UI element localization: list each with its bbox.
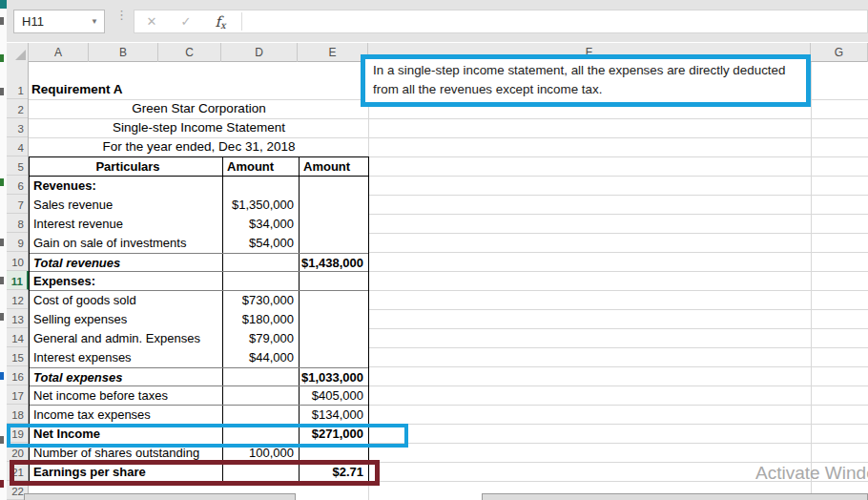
cell-amount-d-row9[interactable]: $54,000 xyxy=(222,234,299,253)
formula-bar: ✕ ✓ fx xyxy=(134,10,868,33)
cancel-icon[interactable]: ✕ xyxy=(134,14,169,29)
statement-type-title[interactable]: Single-step Income Statement xyxy=(29,118,369,137)
cell-amount-e-row8[interactable] xyxy=(299,215,368,234)
cell-amount-e-row18[interactable]: $134,000 xyxy=(299,406,368,424)
column-header-a[interactable]: A xyxy=(29,43,89,62)
cell-amount-e-row7[interactable] xyxy=(299,196,368,215)
cell-amount-d-row16[interactable] xyxy=(222,368,299,385)
column-header-d[interactable]: D xyxy=(221,43,298,62)
header-amount-e[interactable]: Amount xyxy=(299,157,368,176)
cell-label-row11[interactable]: Expenses: xyxy=(30,272,222,290)
cell-amount-d-row7[interactable]: $1,350,000 xyxy=(222,196,299,215)
drag-handle-icon: ⋮ xyxy=(115,11,128,18)
formula-input[interactable] xyxy=(246,10,867,32)
column-header-b[interactable]: B xyxy=(89,43,158,62)
column-header-g[interactable]: G xyxy=(811,43,868,62)
table-header-row[interactable]: Particulars Amount Amount xyxy=(30,157,368,177)
name-box-value: H11 xyxy=(22,14,44,29)
cell-amount-e-row17[interactable]: $405,000 xyxy=(299,386,368,405)
cell-amount-e-row10[interactable]: $1,438,000 xyxy=(299,254,368,271)
cell-label-row10[interactable]: Total revenues xyxy=(30,254,222,271)
note-line-1: In a single-step income statement, all t… xyxy=(373,61,798,80)
row-header-6[interactable]: 6 xyxy=(7,176,28,195)
cell-amount-e-row6[interactable] xyxy=(299,177,368,196)
cell-amount-e-row14[interactable] xyxy=(299,329,368,348)
row-header-10[interactable]: 10 xyxy=(7,252,28,271)
cell-amount-e-row9[interactable] xyxy=(299,234,368,253)
cell-label-row18[interactable]: Income tax expenses xyxy=(30,406,222,424)
cell-label-row16[interactable]: Total expenses xyxy=(30,368,222,385)
background-window-text-fragment xyxy=(0,54,4,62)
enter-icon[interactable]: ✓ xyxy=(169,14,203,29)
cell-amount-d-row8[interactable]: $34,000 xyxy=(222,215,299,234)
cell-label-row6[interactable]: Revenues: xyxy=(30,177,222,196)
cell-label-row9[interactable]: Gain on sale of investments xyxy=(30,234,222,253)
table-row-16: Total expenses$1,033,000 xyxy=(30,367,368,386)
header-particulars[interactable]: Particulars xyxy=(30,157,222,176)
table-row-9: Gain on sale of investments$54,000 xyxy=(30,234,368,253)
cell-amount-d-row11[interactable] xyxy=(222,272,299,290)
cell-label-row7[interactable]: Sales revenue xyxy=(30,196,222,215)
row-header-3[interactable]: 3 xyxy=(7,118,28,137)
gridline-vertical-fg xyxy=(811,62,812,500)
cell-label-row15[interactable]: Interest expenses xyxy=(30,348,222,367)
row-header-8[interactable]: 8 xyxy=(7,214,28,233)
table-row-15: Interest expenses$44,000 xyxy=(30,348,368,367)
row-header-16[interactable]: 16 xyxy=(7,366,28,385)
row-header-12[interactable]: 12 xyxy=(7,290,28,309)
cell-amount-d-row6[interactable] xyxy=(222,177,299,196)
row-header-15[interactable]: 15 xyxy=(7,347,28,366)
cell-label-row17[interactable]: Net income before taxes xyxy=(30,386,222,405)
background-window-text-fragment xyxy=(0,436,4,444)
cell-amount-d-row12[interactable]: $730,000 xyxy=(222,291,299,310)
row-header-2[interactable]: 2 xyxy=(7,99,28,118)
select-all-corner[interactable] xyxy=(7,43,29,62)
cell-amount-d-row17[interactable] xyxy=(222,386,299,405)
row-header-11[interactable]: 11 xyxy=(7,271,29,290)
row-header-13[interactable]: 13 xyxy=(7,309,28,328)
eps-highlight-box xyxy=(10,460,380,486)
background-window-sliver xyxy=(0,0,7,500)
cell-amount-d-row15[interactable]: $44,000 xyxy=(222,348,299,367)
row-header-14[interactable]: 14 xyxy=(7,328,28,347)
row-header-17[interactable]: 17 xyxy=(7,385,28,405)
row-header-18[interactable]: 18 xyxy=(7,405,28,424)
sheet-grid[interactable]: Requirement A Green Star Corporation Sin… xyxy=(29,62,868,500)
row-header-5[interactable]: 5 xyxy=(7,156,28,176)
table-row-12: Cost of goods sold$730,000 xyxy=(30,291,368,310)
cell-amount-d-row10[interactable] xyxy=(222,254,299,271)
name-box[interactable]: H11 ▼ xyxy=(13,10,105,33)
cell-label-row8[interactable]: Interest revenue xyxy=(30,215,222,234)
cell-label-row13[interactable]: Selling expenses xyxy=(30,310,222,329)
column-header-e[interactable]: E xyxy=(298,43,368,62)
table-row-6: Revenues: xyxy=(30,177,368,196)
cell-amount-e-row15[interactable] xyxy=(299,348,368,367)
cell-amount-d-row13[interactable]: $180,000 xyxy=(222,310,299,329)
note-textbox[interactable]: In a single-step income statement, all t… xyxy=(361,54,811,107)
statement-company-title[interactable]: Green Star Corporation xyxy=(29,99,369,118)
cell-amount-e-row11[interactable] xyxy=(299,272,368,290)
row-header-9[interactable]: 9 xyxy=(7,233,28,252)
cell-amount-e-row12[interactable] xyxy=(299,291,368,310)
background-window-edge xyxy=(482,493,868,500)
row-header-4[interactable]: 4 xyxy=(7,137,28,156)
excel-window: H11 ▼ ⋮ ✕ ✓ fx ABCDEFG 12345678910111213… xyxy=(0,0,868,500)
insert-function-icon[interactable]: fx xyxy=(203,13,238,31)
cell-a1-requirement[interactable]: Requirement A xyxy=(31,82,123,96)
formula-toolbar: H11 ▼ ⋮ ✕ ✓ fx xyxy=(7,0,868,42)
table-row-10: Total revenues$1,438,000 xyxy=(30,253,368,272)
divider xyxy=(241,12,242,31)
chevron-down-icon[interactable]: ▼ xyxy=(91,17,98,26)
cell-label-row14[interactable]: General and admin. Expenses xyxy=(30,329,222,348)
cell-label-row12[interactable]: Cost of goods sold xyxy=(30,291,222,310)
cell-amount-e-row16[interactable]: $1,033,000 xyxy=(299,368,368,385)
cell-amount-d-row18[interactable] xyxy=(222,406,299,424)
cell-amount-d-row14[interactable]: $79,000 xyxy=(222,329,299,348)
row-header-1[interactable]: 1 xyxy=(7,62,28,99)
header-amount-d[interactable]: Amount xyxy=(222,157,299,176)
cell-amount-e-row13[interactable] xyxy=(299,310,368,329)
column-header-c[interactable]: C xyxy=(158,43,221,62)
row-header-7[interactable]: 7 xyxy=(7,195,28,214)
background-window-text-fragment xyxy=(0,178,4,186)
statement-period-title[interactable]: For the year ended, Dec 31, 2018 xyxy=(29,137,369,156)
